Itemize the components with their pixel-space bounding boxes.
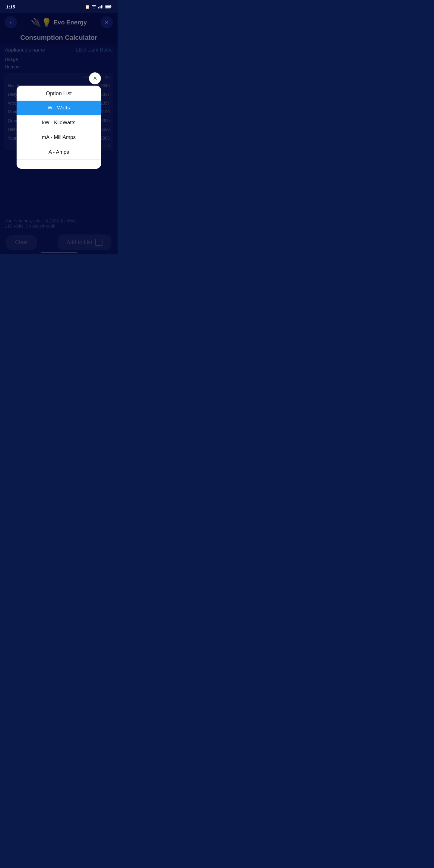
option-list-modal: Option List W - Watts kW - KiloWatts mA … [17, 86, 101, 169]
status-time: 1:15 [6, 4, 15, 9]
modal-close-wrapper: ✕ [89, 72, 101, 84]
svg-rect-3 [102, 5, 103, 8]
option-amps[interactable]: A - Amps [17, 145, 101, 160]
option-milliamps[interactable]: mA - MilliAmps [17, 130, 101, 145]
clipboard-icon: 📋 [85, 4, 90, 9]
svg-rect-2 [101, 5, 102, 8]
modal-spacer [17, 160, 101, 169]
option-kilowatts-label: kW - KiloWatts [42, 120, 76, 125]
modal-divider [17, 100, 101, 100]
svg-rect-0 [98, 7, 99, 8]
option-kilowatts[interactable]: kW - KiloWatts [17, 116, 101, 130]
modal-title: Option List [17, 86, 101, 100]
option-watts[interactable]: W - Watts [17, 101, 101, 116]
battery-icon [105, 5, 112, 8]
svg-rect-1 [100, 6, 101, 8]
close-icon: ✕ [93, 76, 97, 81]
option-milliamps-label: mA - MilliAmps [42, 134, 76, 140]
svg-rect-6 [105, 6, 110, 8]
status-icons: 📋 [85, 4, 112, 9]
app-background: ‹ 🔌💡 Evo Energy ✕ Consumption Calculator… [0, 13, 118, 254]
svg-rect-5 [111, 6, 112, 7]
wifi-icon [92, 5, 96, 8]
option-watts-label: W - Watts [48, 105, 70, 111]
modal-close-button[interactable]: ✕ [89, 72, 101, 84]
status-bar: 1:15 📋 [0, 0, 118, 13]
signal-icon [98, 5, 103, 8]
option-amps-label: A - Amps [49, 149, 69, 155]
